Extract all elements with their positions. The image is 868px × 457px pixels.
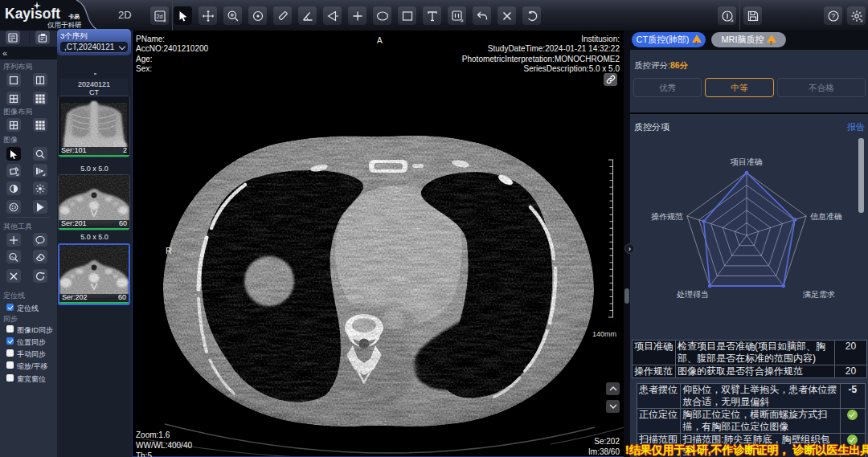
svg-text:2d: 2d (156, 14, 162, 19)
svg-text:信息准确: 信息准确 (810, 212, 842, 221)
svg-text:满足需求: 满足需求 (803, 290, 835, 299)
svg-text:操作规范: 操作规范 (651, 212, 683, 221)
svg-text:项目准确: 项目准确 (730, 157, 763, 166)
svg-text:处理得当: 处理得当 (677, 290, 709, 299)
svg-text:140mm: 140mm (592, 330, 616, 338)
svg-text:?: ? (831, 12, 835, 20)
